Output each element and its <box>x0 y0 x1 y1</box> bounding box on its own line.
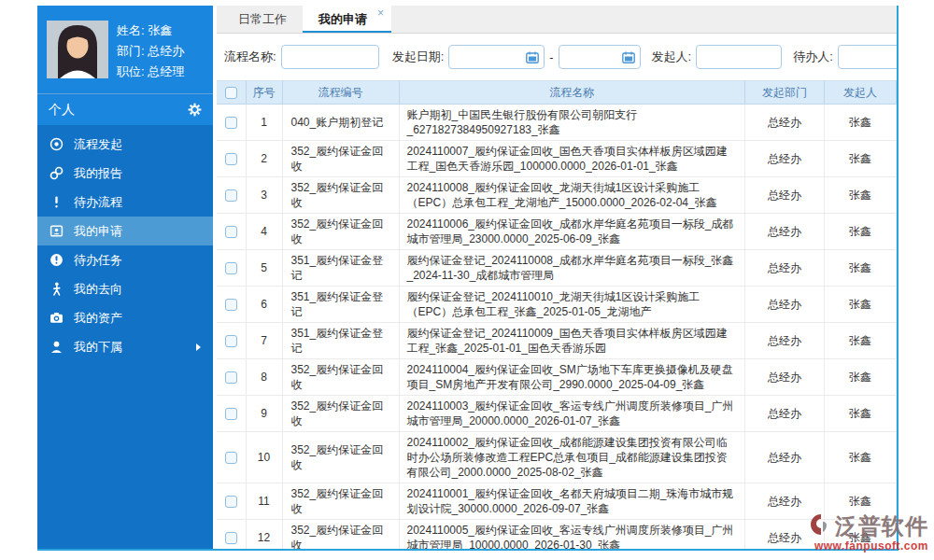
sidebar-item-my-reports[interactable]: 我的报告 <box>37 159 213 188</box>
row-checkbox[interactable] <box>225 299 237 311</box>
profile-title-row: 职位: 总经理 <box>117 62 184 82</box>
row-index: 5 <box>246 250 282 287</box>
sidebar-item-my-whereabouts[interactable]: 我的去向 <box>37 274 213 303</box>
table-row: 12 352_履约保证金回收 2024110005_履约保证金回收_客运专线广州… <box>217 520 897 550</box>
process-code: 352_履约保证金回收 <box>282 396 399 432</box>
process-code: 351_履约保证金登记 <box>282 250 399 287</box>
column-header-dept: 发起部门 <box>745 81 825 105</box>
row-index: 2 <box>246 141 282 177</box>
process-name-link[interactable]: 2024110006_履约保证金回收_成都水岸华庭名苑项目一标段_成都城市管理局… <box>399 214 745 250</box>
initiating-dept: 总经办 <box>745 359 825 396</box>
sidebar-item-pending-tasks[interactable]: 待办任务 <box>37 245 213 274</box>
initiator-name: 张鑫 <box>825 177 897 214</box>
process-code: 352_履约保证金回收 <box>282 483 399 520</box>
initiator-label: 发起人: <box>652 49 692 65</box>
column-header-name: 流程名称 <box>399 81 745 105</box>
process-name-link[interactable]: 履约保证金登记_2024110010_龙湖天街城1区设计采购施工 （EPC）总承… <box>399 287 745 323</box>
initiator-name: 张鑫 <box>825 287 897 323</box>
link-icon <box>50 166 64 180</box>
process-code: 352_履约保证金回收 <box>282 177 399 214</box>
fanpu-logo-icon <box>809 513 833 539</box>
tab-my-applications[interactable]: 我的申请 × <box>303 6 391 33</box>
date-from-input[interactable] <box>448 45 545 69</box>
process-name-link[interactable]: 2024110001_履约保证金回收_名都天府城项目二期_珠海市城市规划设计院_… <box>399 483 745 520</box>
row-checkbox[interactable] <box>225 496 237 508</box>
process-name-link[interactable]: 账户期初_中国民生银行股份有限公司朝阳支行_627182738495092718… <box>399 105 745 141</box>
table-row: 7 351_履约保证金登记 履约保证金登记_2024110009_国色天香项目实… <box>217 323 897 359</box>
select-all-checkbox[interactable] <box>225 87 237 99</box>
table-row: 11 352_履约保证金回收 2024110001_履约保证金回收_名都天府城项… <box>217 483 897 520</box>
column-header-initiator: 发起人 <box>825 81 897 105</box>
process-name-input[interactable] <box>281 45 379 69</box>
row-index: 4 <box>246 214 282 250</box>
row-checkbox[interactable] <box>225 408 237 420</box>
tab-bar: 日常工作 我的申请 × <box>217 6 897 34</box>
initiator-name: 张鑫 <box>825 396 897 432</box>
row-checkbox[interactable] <box>225 262 237 274</box>
initiator-name: 张鑫 <box>825 432 897 483</box>
row-index: 12 <box>246 520 282 550</box>
process-code: 351_履约保证金登记 <box>282 287 399 323</box>
process-table-container: 序号 流程编号 流程名称 发起部门 发起人 1 040_账户期初登记 账户期初_… <box>217 80 897 549</box>
table-row: 5 351_履约保证金登记 履约保证金登记_2024110008_成都水岸华庭名… <box>217 250 897 287</box>
assignee-label: 待办人: <box>793 49 833 65</box>
process-code: 351_履约保证金登记 <box>282 323 399 359</box>
row-index: 6 <box>246 287 282 323</box>
tab-daily-work[interactable]: 日常工作 <box>222 6 303 33</box>
close-icon[interactable]: × <box>377 7 384 19</box>
process-name-link[interactable]: 履约保证金登记_2024110008_成都水岸华庭名苑项目一标段_张鑫_2024… <box>399 250 745 287</box>
row-checkbox[interactable] <box>225 452 237 464</box>
process-name-link[interactable]: 2024110003_履约保证金回收_客运专线广州调度所装修项目_广州城市管理局… <box>399 396 745 432</box>
table-row: 8 352_履约保证金回收 2024110004_履约保证金回收_SM广场地下车… <box>217 359 897 396</box>
alert-circle-icon <box>50 253 64 267</box>
gear-icon[interactable] <box>188 103 202 117</box>
app-window: 姓名: 张鑫 部门: 总经办 职位: 总经理 个人 <box>37 6 899 551</box>
watermark-url: www.fanpusoft.com <box>809 539 928 553</box>
table-row: 6 351_履约保证金登记 履约保证金登记_2024110010_龙湖天街城1区… <box>217 287 897 323</box>
row-checkbox[interactable] <box>225 226 237 238</box>
initiating-dept: 总经办 <box>745 287 825 323</box>
sidebar-item-my-applications[interactable]: 我的申请 <box>37 217 213 245</box>
sidebar: 姓名: 张鑫 部门: 总经办 职位: 总经理 个人 <box>37 6 213 549</box>
process-name-link[interactable]: 履约保证金登记_2024110009_国色天香项目实体样板房区域园建工程_张鑫_… <box>399 323 745 359</box>
process-name-link[interactable]: 2024110008_履约保证金回收_龙湖天街城1区设计采购施工 （EPC）总承… <box>399 177 745 214</box>
sidebar-item-my-subordinates[interactable]: 我的下属 <box>37 332 213 361</box>
watermark: 泛普软件 www.fanpusoft.com <box>809 511 928 553</box>
table-row: 4 352_履约保证金回收 2024110006_履约保证金回收_成都水岸华庭名… <box>217 214 897 250</box>
row-checkbox[interactable] <box>225 532 237 544</box>
walking-person-icon <box>50 282 64 296</box>
avatar <box>47 21 108 78</box>
table-row: 10 352_履约保证金回收 2024110002_履约保证金回收_成都能源建设… <box>217 432 897 483</box>
header-checkbox-cell <box>217 81 246 105</box>
process-name-link[interactable]: 2024110007_履约保证金回收_国色天香项目实体样板房区域园建工程_国色天… <box>399 141 745 177</box>
process-name-link[interactable]: 2024110002_履约保证金回收_成都能源建设集团投资有限公司临时办公场所装… <box>399 432 745 483</box>
process-name-link[interactable]: 2024110004_履约保证金回收_SM广场地下车库更换摄像机及硬盘项目_SM… <box>399 359 745 396</box>
process-name-link[interactable]: 2024110005_履约保证金回收_客运专线广州调度所装修项目_广州城市管理局… <box>399 520 745 550</box>
date-separator: - <box>549 50 553 64</box>
idcard-icon <box>50 224 64 238</box>
camera-icon <box>50 311 64 325</box>
initiator-name: 张鑫 <box>825 323 897 359</box>
row-checkbox[interactable] <box>225 117 237 129</box>
process-code: 352_履约保证金回收 <box>282 432 399 483</box>
row-index: 11 <box>246 483 282 520</box>
row-checkbox[interactable] <box>225 153 237 165</box>
sidebar-item-pending-processes[interactable]: 待办流程 <box>37 188 213 217</box>
sidebar-item-my-assets[interactable]: 我的资产 <box>37 303 213 332</box>
sidebar-section-personal[interactable]: 个人 <box>37 94 213 125</box>
row-checkbox[interactable] <box>225 371 237 384</box>
initiator-input[interactable] <box>696 45 782 69</box>
row-index: 8 <box>246 359 282 396</box>
row-checkbox[interactable] <box>225 189 237 202</box>
sidebar-item-process-start[interactable]: 流程发起 <box>37 130 213 159</box>
section-label: 个人 <box>49 102 75 119</box>
initiator-name: 张鑫 <box>825 141 897 177</box>
date-to-input[interactable] <box>559 45 641 69</box>
assignee-input[interactable] <box>838 45 897 69</box>
row-checkbox[interactable] <box>225 335 237 347</box>
initiating-dept: 总经办 <box>745 396 825 432</box>
process-name-label: 流程名称: <box>224 49 276 65</box>
person-icon <box>50 340 64 354</box>
initiator-name: 张鑫 <box>825 250 897 287</box>
process-code: 352_履约保证金回收 <box>282 141 399 177</box>
